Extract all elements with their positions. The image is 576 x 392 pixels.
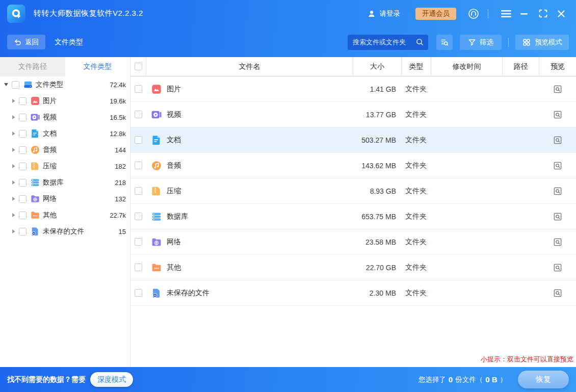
customer-service-icon[interactable] [467,8,480,20]
tree-item[interactable]: 网络 132 [0,191,130,207]
row-checkbox[interactable] [135,111,142,118]
preview-button[interactable] [553,237,563,247]
checkbox[interactable] [19,97,27,105]
table-row[interactable]: 其他 22.70 GB 文件夹 [130,255,576,280]
row-checkbox[interactable] [135,136,142,144]
preview-mode-button[interactable]: 预览模式 [515,35,569,50]
preview-button[interactable] [553,135,563,145]
checkbox[interactable] [19,212,27,219]
search-results-button[interactable] [436,35,453,50]
column-header-preview[interactable]: 预览 [539,57,576,76]
maximize-button[interactable] [535,7,551,21]
tree-item[interactable]: 文件类型 72.4k [0,76,130,93]
tab-file-type[interactable]: 文件类型 [65,57,130,76]
tree-item-label: 音频 [43,145,57,154]
caret-right-icon[interactable] [12,99,15,103]
caret-right-icon[interactable] [12,229,15,233]
audio-icon [30,145,40,155]
table-row[interactable]: 音频 143.62 MB 文件夹 [130,153,576,178]
tab-file-path[interactable]: 文件路径 [0,57,65,76]
zip-icon [151,186,162,197]
user-icon [367,9,376,18]
row-checkbox[interactable] [135,264,142,271]
preview-mode-label: 预览模式 [535,38,562,47]
doc-icon [30,128,40,139]
row-checkbox[interactable] [135,162,142,169]
preview-button[interactable] [553,110,563,120]
row-checkbox[interactable] [135,187,142,195]
caret-right-icon[interactable] [12,213,15,217]
table-header: 文件名 大小 类型 修改时间 路径 预览 [130,57,576,76]
caret-down-icon[interactable] [4,83,8,86]
file-type: 文件夹 [401,110,431,119]
close-button[interactable] [554,7,569,21]
checkbox[interactable] [19,114,27,121]
tree-item[interactable]: 压缩 182 [0,158,130,174]
recover-button[interactable]: 恢复 [518,371,569,388]
table-row[interactable]: 压缩 8.93 GB 文件夹 [130,178,576,204]
audio-icon [151,160,162,171]
back-button[interactable]: 返回 [7,35,45,49]
file-size: 503.27 MB [353,136,401,144]
tree-item[interactable]: 未保存的文件 15 [0,223,130,240]
table-row[interactable]: 视频 13.77 GB 文件夹 [130,102,576,127]
filter-button[interactable]: 筛选 [460,35,502,50]
preview-button[interactable] [553,212,563,222]
checkbox[interactable] [19,130,27,138]
table-row[interactable]: 文档 503.27 MB 文件夹 [130,127,576,153]
file-type: 文件夹 [401,85,431,94]
tree-item-count: 72.4k [110,81,126,89]
caret-right-icon[interactable] [12,180,15,185]
app-window: 转转大师数据恢复软件V2.2.3.2 请登录 开通会员 [0,0,576,392]
login-button[interactable]: 请登录 [367,9,401,18]
tree-item[interactable]: 图片 19.6k [0,93,130,109]
checkbox[interactable] [19,228,27,236]
tree-item[interactable]: 文档 12.8k [0,125,130,142]
preview-button[interactable] [553,288,563,298]
minimize-button[interactable] [517,7,532,21]
caret-right-icon[interactable] [12,132,15,136]
column-header-mtime[interactable]: 修改时间 [431,57,502,76]
tree-item[interactable]: 其他 22.7k [0,207,130,223]
checkbox[interactable] [12,81,19,89]
row-checkbox[interactable] [135,289,142,297]
row-checkbox[interactable] [135,238,142,246]
caret-right-icon[interactable] [12,164,15,168]
preview-button[interactable] [553,263,563,273]
column-header-filename[interactable]: 文件名 [146,57,353,76]
menu-button[interactable] [499,7,514,21]
file-size: 143.62 MB [353,162,401,170]
caret-right-icon[interactable] [12,115,15,119]
table-row[interactable]: 数据库 653.75 MB 文件夹 [130,204,576,229]
select-all-checkbox[interactable] [135,63,142,70]
preview-button[interactable] [553,186,563,196]
preview-button[interactable] [553,161,563,171]
checkbox[interactable] [19,163,27,170]
tree-item-label: 压缩 [43,162,57,171]
table-row[interactable]: 图片 1.41 GB 文件夹 [130,76,576,102]
tree-item[interactable]: 视频 16.5k [0,109,130,125]
tree-item-count: 12.8k [110,130,126,138]
preview-button[interactable] [553,84,563,94]
checkbox[interactable] [19,195,27,203]
tree-item[interactable]: 音频 144 [0,142,130,158]
column-header-type[interactable]: 类型 [401,57,431,76]
table-row[interactable]: 未保存的文件 2.30 MB 文件夹 [130,280,576,306]
tree-item[interactable]: 数据库 218 [0,174,130,191]
row-checkbox[interactable] [135,213,142,220]
checkbox[interactable] [19,179,27,187]
caret-right-icon[interactable] [12,197,15,201]
sidebar: 文件路径 文件类型 文件类型 72.4k 图片 19.6k 视频 16.5k 文… [0,57,130,367]
checkbox[interactable] [19,146,27,154]
column-header-size[interactable]: 大小 [353,57,401,76]
vip-button[interactable]: 开通会员 [415,8,456,20]
table-row[interactable]: 网络 23.58 MB 文件夹 [130,229,576,255]
selected-size: 0 B [485,375,497,384]
column-header-path[interactable]: 路径 [502,57,539,76]
deep-mode-button[interactable]: 深度模式 [90,372,133,387]
search-icon[interactable] [415,38,424,48]
other-icon [151,262,162,273]
file-type: 文件夹 [401,161,431,170]
row-checkbox[interactable] [135,85,142,93]
caret-right-icon[interactable] [12,148,15,152]
